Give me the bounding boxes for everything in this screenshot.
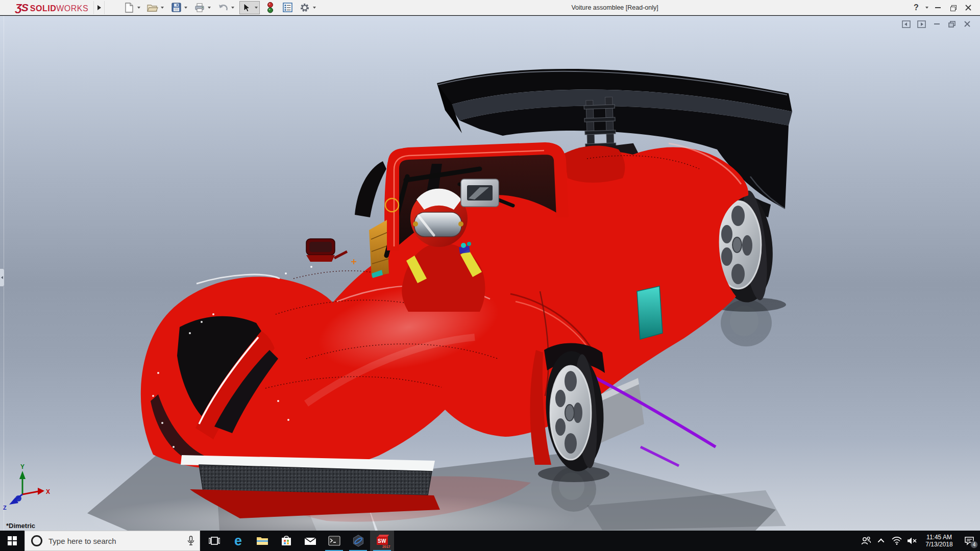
dock-left-icon — [902, 20, 911, 28]
new-document-icon — [125, 3, 134, 13]
new-document-dropdown[interactable] — [136, 2, 142, 14]
microphone-button[interactable] — [182, 536, 200, 546]
solidworks-logo[interactable]: ƷS SOLIDWORKS — [15, 2, 88, 14]
cortana-icon — [31, 535, 42, 546]
open-button[interactable] — [146, 2, 159, 14]
dock-left-button[interactable] — [900, 19, 912, 29]
print-dropdown[interactable] — [206, 2, 212, 14]
restore-icon — [950, 5, 956, 10]
featuremanager-collapsed-tab[interactable] — [0, 268, 5, 287]
new-document-button[interactable] — [122, 2, 136, 14]
hexagon-3d-icon — [352, 535, 364, 547]
show-hidden-icons-button[interactable] — [874, 531, 889, 551]
doc-restore-icon — [948, 21, 955, 28]
print-icon — [194, 3, 205, 12]
windows-logo-icon — [8, 536, 17, 545]
doc-close-icon — [964, 21, 970, 27]
taskbar-app-microsoft-store[interactable] — [274, 531, 298, 551]
edge-icon: e — [234, 534, 242, 548]
tray-date: 7/13/2018 — [923, 541, 955, 548]
doc-minimize-button[interactable] — [931, 19, 942, 29]
taskbar-search-box[interactable] — [24, 531, 200, 551]
save-floppy-icon — [172, 3, 181, 12]
taskbar-app-command-prompt[interactable] — [322, 531, 346, 551]
select-tool-button[interactable] — [240, 2, 253, 14]
taskbar-app-mail[interactable] — [298, 531, 322, 551]
triad-x-label: X — [46, 488, 50, 495]
print-button[interactable] — [193, 2, 206, 14]
select-cursor-icon — [242, 3, 251, 12]
undo-arrow-icon — [218, 4, 228, 12]
gear-icon — [300, 3, 310, 13]
save-dropdown[interactable] — [183, 2, 189, 14]
taskbar-apps: e SW 2017 — [202, 531, 394, 551]
command-prompt-icon — [328, 536, 340, 546]
solidworks-icon: SW 2017 — [376, 535, 388, 547]
car-3d-render: Y X Z — [0, 16, 980, 531]
file-explorer-icon — [256, 536, 268, 546]
taskbar: e SW 2017 — [0, 531, 980, 551]
side-mirror — [306, 239, 347, 262]
taskbar-app-file-explorer[interactable] — [250, 531, 274, 551]
view-orientation-label: *Dimetric — [6, 522, 35, 530]
window-controls: ? — [909, 0, 976, 15]
search-input[interactable] — [47, 536, 182, 546]
mail-icon — [304, 536, 316, 545]
dassault-logo-glyph: ƷS — [15, 2, 28, 14]
rear-view-mirror — [461, 179, 499, 207]
helmet-visor — [414, 212, 461, 237]
brand-solid-text: SOLID — [30, 4, 56, 13]
document-window-controls — [900, 19, 973, 29]
settings-dropdown[interactable] — [311, 2, 317, 14]
help-dropdown[interactable] — [924, 2, 930, 14]
titlebar: ƷS SOLIDWORKS — [0, 0, 980, 15]
document-title: Voiture assomblee [Read-only] — [321, 4, 909, 11]
taskbar-app-edge[interactable]: e — [226, 531, 250, 551]
menu-flyout-arrow[interactable] — [93, 1, 105, 14]
start-button[interactable] — [0, 531, 24, 551]
options-list-button[interactable] — [281, 2, 294, 14]
triad-y-label: Y — [20, 463, 24, 470]
clock[interactable]: 11:45 AM 7/13/2018 — [923, 534, 955, 548]
dock-right-button[interactable] — [916, 19, 927, 29]
help-button[interactable]: ? — [909, 1, 924, 15]
chevron-up-icon — [877, 538, 884, 545]
tray-time: 11:45 AM — [923, 534, 955, 541]
traffic-light-icon — [267, 2, 274, 13]
close-button[interactable] — [961, 1, 976, 15]
system-tray: 11:45 AM 7/13/2018 4 — [859, 531, 980, 551]
people-icon — [861, 536, 871, 545]
properties-list-icon — [283, 3, 292, 12]
flyout-triangle-icon — [97, 5, 101, 10]
brand-works-text: WORKS — [56, 4, 88, 13]
people-button[interactable] — [859, 531, 874, 551]
taskbar-app-hexagon-3d[interactable] — [346, 531, 370, 551]
minimize-button[interactable] — [930, 1, 945, 15]
rebuild-button[interactable] — [263, 2, 277, 14]
front-wheel — [530, 343, 609, 482]
notification-badge: 4 — [970, 541, 978, 548]
doc-close-button[interactable] — [962, 19, 973, 29]
wifi-icon — [892, 537, 902, 545]
minimize-icon — [935, 7, 941, 8]
volume-button[interactable] — [904, 531, 920, 551]
restore-button[interactable] — [945, 1, 961, 15]
taskbar-app-task-view[interactable] — [202, 531, 226, 551]
task-view-icon — [209, 536, 220, 545]
action-center-button[interactable]: 4 — [959, 531, 980, 551]
network-button[interactable] — [889, 531, 904, 551]
undo-dropdown[interactable] — [230, 2, 236, 14]
undo-button[interactable] — [216, 2, 230, 14]
triad-z-label: Z — [3, 505, 7, 511]
microphone-icon — [187, 536, 195, 546]
select-tool-dropdown[interactable] — [253, 2, 259, 14]
close-icon — [965, 5, 971, 11]
dock-right-icon — [917, 20, 926, 28]
settings-button[interactable] — [298, 2, 311, 14]
graphics-viewport[interactable]: Y X Z *Dimetric — [0, 16, 980, 531]
taskbar-app-solidworks[interactable]: SW 2017 — [370, 531, 394, 551]
save-button[interactable] — [169, 2, 183, 14]
doc-restore-button[interactable] — [946, 19, 958, 29]
orientation-triad: Y X Z — [3, 463, 50, 511]
open-dropdown[interactable] — [159, 2, 165, 14]
